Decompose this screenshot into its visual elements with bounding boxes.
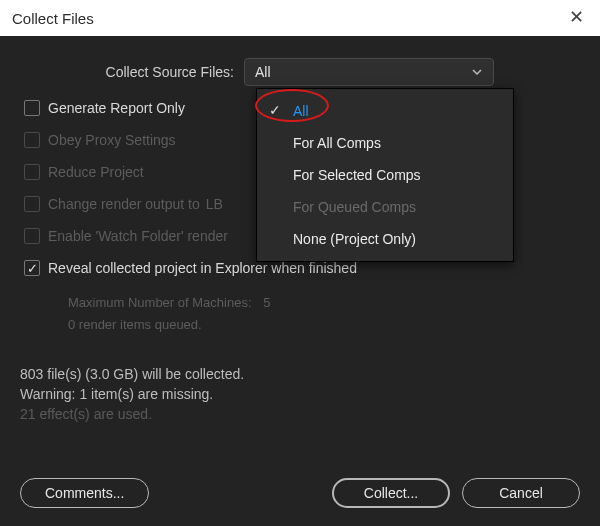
collect-button-label: Collect... <box>364 485 418 501</box>
dropdown-item-label: For Queued Comps <box>293 199 416 215</box>
render-queued-text: 0 render items queued. <box>68 314 580 336</box>
change-output-suffix: LB <box>206 196 223 212</box>
reduce-project-label: Reduce Project <box>48 164 144 180</box>
cancel-button[interactable]: Cancel <box>462 478 580 508</box>
status-line-2: Warning: 1 item(s) are missing. <box>20 384 580 404</box>
checkbox-icon <box>24 228 40 244</box>
max-machines-value: 5 <box>263 295 270 310</box>
dropdown-item-label: For All Comps <box>293 135 381 151</box>
comments-button[interactable]: Comments... <box>20 478 149 508</box>
checkbox-icon <box>24 196 40 212</box>
reveal-label: Reveal collected project in Explorer whe… <box>48 260 357 276</box>
collect-button[interactable]: Collect... <box>332 478 450 508</box>
close-icon[interactable]: ✕ <box>564 6 588 28</box>
check-icon: ✓ <box>269 102 281 118</box>
generate-report-label: Generate Report Only <box>48 100 185 116</box>
dropdown-item-selected-comps[interactable]: For Selected Comps <box>257 159 513 191</box>
dropdown-item-label: None (Project Only) <box>293 231 416 247</box>
collect-source-select[interactable]: All <box>244 58 494 86</box>
checkbox-icon <box>24 132 40 148</box>
change-output-label: Change render output to <box>48 196 200 212</box>
checkbox-icon <box>24 100 40 116</box>
window-title: Collect Files <box>12 10 94 27</box>
dropdown-item-label: All <box>293 103 309 119</box>
comments-button-label: Comments... <box>45 485 124 501</box>
machines-info: Maximum Number of Machines: 5 0 render i… <box>68 292 580 336</box>
collect-source-row: Collect Source Files: All <box>20 58 580 86</box>
collect-source-value: All <box>255 64 271 80</box>
dropdown-item-none[interactable]: None (Project Only) <box>257 223 513 255</box>
dialog-content: Collect Source Files: All Generate Repor… <box>0 36 600 526</box>
max-machines-label: Maximum Number of Machines: <box>68 295 252 310</box>
dropdown-item-all[interactable]: ✓ All <box>257 95 513 127</box>
watch-folder-label: Enable 'Watch Folder' render <box>48 228 228 244</box>
checkbox-icon <box>24 260 40 276</box>
cancel-button-label: Cancel <box>499 485 543 501</box>
status-line-3: 21 effect(s) are used. <box>20 404 580 424</box>
dropdown-item-label: For Selected Comps <box>293 167 421 183</box>
checkbox-icon <box>24 164 40 180</box>
collect-source-dropdown: ✓ All For All Comps For Selected Comps F… <box>256 88 514 262</box>
collect-source-label: Collect Source Files: <box>20 64 244 80</box>
dropdown-item-queued-comps: For Queued Comps <box>257 191 513 223</box>
chevron-down-icon <box>471 65 483 81</box>
status-line-1: 803 file(s) (3.0 GB) will be collected. <box>20 364 580 384</box>
status-block: 803 file(s) (3.0 GB) will be collected. … <box>20 364 580 424</box>
reveal-checkbox[interactable]: Reveal collected project in Explorer whe… <box>24 260 580 276</box>
button-bar: Comments... Collect... Cancel <box>0 478 600 508</box>
dropdown-item-all-comps[interactable]: For All Comps <box>257 127 513 159</box>
titlebar: Collect Files ✕ <box>0 0 600 36</box>
obey-proxy-label: Obey Proxy Settings <box>48 132 176 148</box>
